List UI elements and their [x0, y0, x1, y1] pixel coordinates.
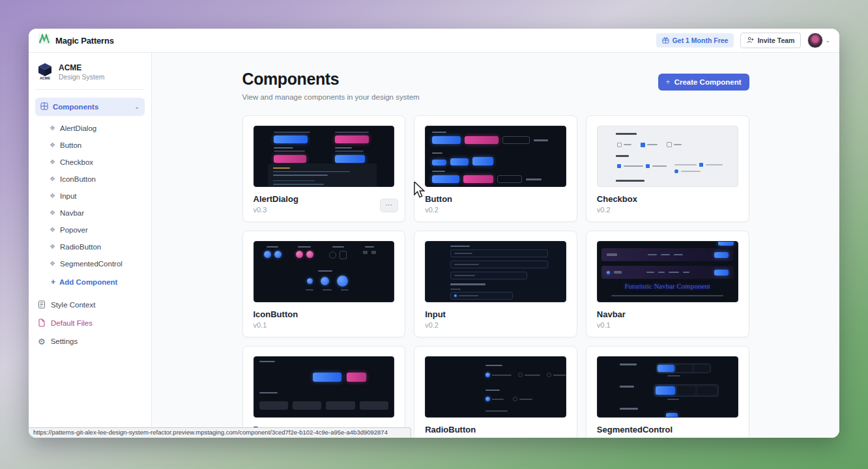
- component-card-segmentedcontrol[interactable]: SegmentedControl v0.2: [586, 346, 749, 438]
- thumb-decor: [273, 180, 315, 182]
- avatar: [807, 33, 823, 48]
- thumb-decor: [666, 413, 678, 418]
- thumb-decor: [485, 397, 490, 401]
- sidebar-item-input[interactable]: ❖Input: [35, 188, 145, 205]
- file-icon: [38, 319, 46, 328]
- thumb-decor: [259, 392, 278, 393]
- thumb-decor: [607, 253, 617, 256]
- thumb-decor: [667, 142, 682, 147]
- sidebar-item-label: AlertDialog: [60, 124, 96, 132]
- divider: [35, 89, 145, 90]
- workspace-name: ACME: [59, 63, 105, 73]
- thumb-decor: [658, 365, 674, 372]
- sidebar-item-checkbox[interactable]: ❖Checkbox: [35, 154, 145, 171]
- thumb-decor: [472, 157, 493, 165]
- thumb-decor: [264, 251, 271, 258]
- sidebar-item-label: Settings: [51, 337, 78, 345]
- thumb-decor: [432, 152, 442, 154]
- component-card-alertdialog[interactable]: AlertDialog v0.3 ⋯: [242, 115, 406, 222]
- thumb-decor: [617, 164, 667, 168]
- sidebar-bottom: Style Context Default Files ⚙ Settings: [35, 296, 145, 350]
- thumb-decor: [674, 169, 701, 173]
- component-card-iconbutton[interactable]: IconButton v0.1: [242, 231, 406, 337]
- card-name: IconButton: [253, 309, 395, 319]
- thumb-decor: [306, 289, 313, 291]
- thumb-decor: [450, 249, 548, 257]
- create-component-button[interactable]: + Create Component: [658, 74, 749, 91]
- sidebar-item-components[interactable]: Components ⌄: [35, 98, 145, 116]
- sidebar-item-alertdialog[interactable]: ❖AlertDialog: [35, 120, 145, 137]
- thumb-decor: [714, 252, 729, 258]
- thumb-decor: [697, 386, 717, 395]
- thumb-decor: [335, 147, 352, 149]
- thumb-decor: [259, 401, 288, 410]
- component-card-checkbox[interactable]: Checkbox v0.2: [586, 115, 749, 222]
- component-icon: ❖: [50, 210, 55, 216]
- main-panel: Components View and manage components in…: [152, 53, 839, 438]
- sidebar-item-button[interactable]: ❖Button: [35, 137, 145, 154]
- thumb-decor: [674, 254, 683, 255]
- component-card-navbar[interactable]: Futuristic Navbar Component Navbar v0.1: [586, 231, 749, 337]
- thumb-decor: [518, 373, 523, 377]
- component-card-radiobutton[interactable]: RadioButton v0.1: [414, 346, 577, 438]
- sidebar-item-style-context[interactable]: Style Context: [35, 296, 145, 314]
- thumb-decor: [432, 160, 446, 165]
- thumb-decor: [296, 251, 313, 258]
- thumb-decor: [259, 401, 389, 410]
- component-card-popover[interactable]: Popover v0.2: [242, 346, 406, 438]
- segmentedcontrol-thumbnail: [597, 356, 738, 418]
- thumb-decor: [492, 375, 512, 376]
- alertdialog-thumbnail: [253, 126, 395, 187]
- workspace-switcher[interactable]: ACME ACME Design System: [35, 59, 145, 89]
- add-component-label: Add Component: [59, 278, 117, 286]
- create-component-label: Create Component: [674, 78, 742, 86]
- thumb-decor: [371, 251, 376, 254]
- card-version: v0.3: [253, 206, 395, 214]
- header-actions: Get 1 Month Free Invite Team ⌄: [656, 33, 830, 48]
- grid-icon: [40, 102, 48, 111]
- card-name: RadioButton: [425, 425, 566, 434]
- sidebar-item-label: Button: [60, 141, 81, 149]
- card-version: v0.1: [597, 321, 738, 329]
- sidebar-item-popover[interactable]: ❖Popover: [35, 221, 145, 238]
- thumb-decor: [525, 375, 540, 376]
- chevron-down-icon: ⌄: [134, 104, 139, 110]
- sidebar-item-segmentedcontrol[interactable]: ❖SegmentedControl: [35, 255, 145, 272]
- thumb-decor: [335, 147, 365, 163]
- thumb-decor: [337, 276, 348, 287]
- card-name: Input: [425, 309, 566, 319]
- thumb-decor: [365, 246, 374, 248]
- thumb-decor: [347, 373, 366, 382]
- thumb-decor: [450, 292, 513, 300]
- sidebar-item-radiobutton[interactable]: ❖RadioButton: [35, 238, 145, 255]
- sidebar-item-label: RadioButton: [60, 243, 101, 251]
- user-avatar-menu[interactable]: ⌄: [807, 33, 830, 48]
- more-options-button[interactable]: ⋯: [380, 199, 398, 212]
- thumb-decor: [454, 294, 457, 297]
- invite-team-button[interactable]: Invite Team: [740, 33, 801, 48]
- chevron-down-icon: ⌄: [825, 38, 830, 44]
- thumb-decor: [432, 171, 445, 172]
- sidebar-item-label: Checkbox: [60, 158, 93, 166]
- promo-button[interactable]: Get 1 Month Free: [656, 33, 734, 48]
- sidebar-item-iconbutton[interactable]: ❖IconButton: [35, 171, 145, 188]
- thumb-decor: [323, 289, 332, 291]
- thumb-decor: [485, 365, 502, 366]
- acme-logo: ACME: [36, 62, 53, 83]
- component-card-button[interactable]: Button v0.2: [414, 115, 577, 222]
- thumb-decor: [485, 397, 532, 401]
- sidebar-item-navbar[interactable]: ❖Navbar: [35, 205, 145, 221]
- thumb-decor: [614, 271, 622, 274]
- thumb-decor: [264, 251, 282, 258]
- thumb-decor: [363, 251, 376, 254]
- plus-icon: +: [51, 278, 55, 286]
- magic-patterns-logo-icon: [38, 33, 51, 48]
- add-component-button[interactable]: + Add Component: [35, 274, 145, 291]
- card-version: v0.2: [425, 321, 566, 329]
- sidebar-item-default-files[interactable]: Default Files: [35, 314, 145, 332]
- thumb-decor: [450, 158, 469, 165]
- component-card-input[interactable]: Input v0.2: [414, 231, 577, 337]
- thumb-decor: [321, 277, 329, 285]
- thumb-decor: [526, 178, 542, 180]
- sidebar-item-settings[interactable]: ⚙ Settings: [35, 332, 145, 350]
